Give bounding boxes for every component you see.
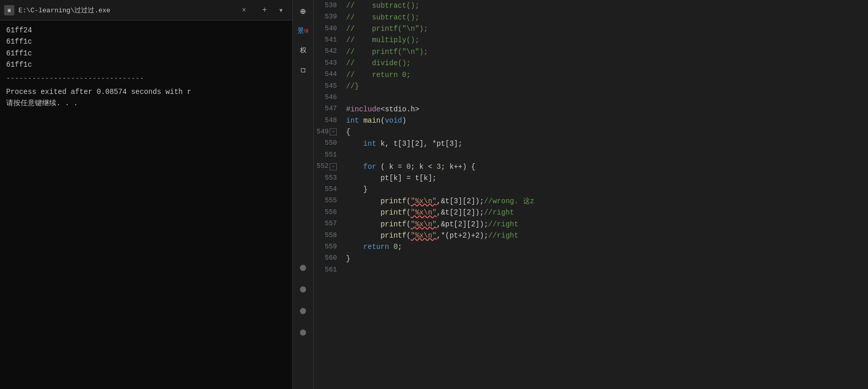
line-num-559: 559	[325, 241, 337, 252]
line-num-545: 545	[325, 81, 337, 92]
code-line-543: // divide();	[346, 57, 868, 69]
line-num-546: 546	[325, 92, 337, 103]
code-line-544: // return 0;	[346, 69, 868, 80]
line-num-550: 550	[325, 138, 337, 149]
code-line-545: //}	[346, 81, 868, 92]
line-num-558: 558	[325, 230, 337, 241]
code-line-541: // multiply();	[346, 34, 868, 46]
terminal-icon: ▣	[4, 5, 14, 15]
code-line-539: // subtract();	[346, 11, 868, 23]
line-num-549: 549	[317, 126, 329, 138]
sidebar-perm-button[interactable]: 权	[294, 41, 312, 60]
bullet-2	[300, 286, 306, 293]
terminal-divider: --------------------------------	[6, 73, 286, 84]
close-button[interactable]: ×	[239, 5, 249, 15]
line-num-542: 542	[325, 46, 337, 57]
code-line-552: for ( k = 0; k < 3; k++) {	[346, 161, 868, 172]
line-num-551: 551	[325, 149, 337, 161]
line-num-543: 543	[325, 57, 337, 69]
code-line-555: printf("%x\n",&t[3][2]);//wrong. 这z	[346, 196, 868, 207]
line-num-557: 557	[325, 218, 337, 229]
line-num-553: 553	[325, 172, 337, 184]
line-num-548: 548	[325, 115, 337, 126]
line-num-560: 560	[325, 253, 337, 264]
line-num-554: 554	[325, 184, 337, 195]
code-line-538: // subtract();	[346, 0, 868, 11]
sidebar-view-button[interactable]: 景绿	[294, 22, 312, 40]
line-num-555: 555	[325, 196, 337, 207]
terminal-line-3: 61ff1c	[6, 48, 286, 59]
sidebar-copy-button[interactable]: ◻	[294, 61, 312, 79]
code-line-558: printf("%x\n",*(pt+2)+2);//right	[346, 230, 868, 241]
terminal-content[interactable]: 61ff24 61ff1c 61ff1c 61ff1c ------------…	[0, 21, 292, 389]
bullet-1	[300, 265, 306, 271]
sidebar-add-button[interactable]: ⊕	[294, 2, 312, 21]
code-line-557: printf("%x\n",&pt[2][2]);//right	[346, 218, 868, 229]
new-tab-button[interactable]: +	[257, 3, 272, 17]
code-line-551	[346, 149, 868, 161]
code-line-540: // printf("\n");	[346, 23, 868, 34]
code-area[interactable]: 538 539 540 541 542 543 544 545 546 547 …	[314, 0, 868, 389]
code-line-560: }	[346, 253, 868, 264]
bullet-area	[300, 265, 306, 387]
code-line-548: int main(void)	[346, 115, 868, 126]
code-line-559: return 0;	[346, 241, 868, 252]
code-line-553: pt[k] = t[k];	[346, 172, 868, 184]
sidebar-toolbar: ⊕ 景绿 权 ◻	[292, 0, 314, 389]
line-numbers: 538 539 540 541 542 543 544 545 546 547 …	[314, 0, 342, 389]
code-lines: // subtract(); // subtract(); // printf(…	[346, 0, 868, 276]
line-num-561: 561	[325, 264, 337, 276]
terminal-line-4: 61ff1c	[6, 59, 286, 70]
terminal-tabs: + ▾	[257, 3, 288, 17]
code-content[interactable]: // subtract(); // subtract(); // printf(…	[342, 0, 868, 389]
terminal-line-exit: Process exited after 0.08574 seconds wit…	[6, 86, 286, 98]
code-line-550: int k, t[3][2], *pt[3];	[346, 138, 868, 149]
line-num-544: 544	[325, 69, 337, 80]
tab-dropdown-button[interactable]: ▾	[274, 3, 288, 17]
fold-552[interactable]: -	[330, 163, 337, 170]
code-line-554: }	[346, 184, 868, 195]
line-num-547: 547	[325, 104, 337, 115]
line-num-556: 556	[325, 207, 337, 218]
line-num-540: 540	[325, 23, 337, 34]
bullet-3	[300, 308, 306, 314]
line-num-552: 552	[317, 161, 329, 172]
code-line-556: printf("%x\n",&t[2][2]);//right	[346, 207, 868, 218]
code-line-547: #include<stdio.h>	[346, 104, 868, 115]
line-num-538: 538	[325, 0, 337, 11]
code-line-561	[346, 264, 868, 276]
line-num-541: 541	[325, 34, 337, 46]
editor-panel: 538 539 540 541 542 543 544 545 546 547 …	[314, 0, 868, 389]
terminal-line-2: 61ff1c	[6, 36, 286, 47]
line-num-539: 539	[325, 11, 337, 23]
code-line-546	[346, 92, 868, 103]
terminal-line-continue: 请按任意键继续. . .	[6, 98, 286, 109]
code-line-542: // printf("\n");	[346, 46, 868, 57]
code-line-549: {	[346, 126, 868, 138]
terminal-panel: ▣ E:\C-learning\过过过.exe × + ▾ 61ff24 61f…	[0, 0, 292, 389]
terminal-titlebar: ▣ E:\C-learning\过过过.exe × + ▾	[0, 0, 292, 21]
terminal-title: E:\C-learning\过过过.exe	[18, 6, 235, 15]
bullet-4	[300, 329, 306, 336]
terminal-line-1: 61ff24	[6, 25, 286, 36]
fold-549[interactable]: -	[330, 128, 337, 135]
